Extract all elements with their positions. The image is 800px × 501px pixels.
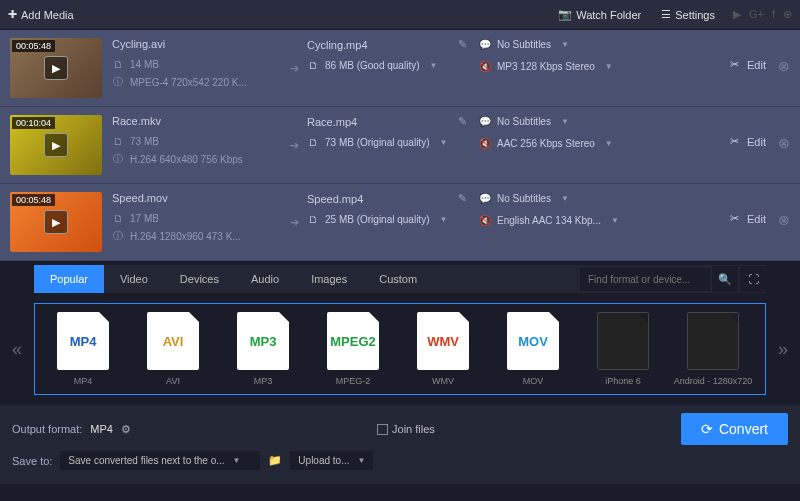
audio-value[interactable]: AAC 256 Kbps Stereo [497,138,595,149]
upload-to-select[interactable]: Upload to...▼ [290,451,373,470]
play-icon[interactable]: ▶ [44,56,68,80]
preset-item[interactable]: MPEG2MPEG-2 [313,312,393,386]
file-icon: 🗋 [112,58,124,70]
tab-custom[interactable]: Custom [363,265,433,293]
preset-icon [687,312,739,370]
audio-value[interactable]: MP3 128 Kbps Stereo [497,61,595,72]
source-filename: Race.mkv [112,115,282,127]
tab-popular[interactable]: Popular [34,265,104,293]
search-input[interactable] [580,268,710,291]
chevron-down-icon[interactable]: ▼ [561,194,569,203]
scissors-icon: ✂ [730,58,739,71]
arrow-icon: ➔ [290,216,299,229]
convert-button[interactable]: ⟳Convert [681,413,788,445]
chevron-down-icon[interactable]: ▼ [439,138,447,147]
rename-icon[interactable]: ✎ [458,115,467,128]
globe-icon[interactable]: ⊕ [783,8,792,21]
output-size: 73 MB (Original quality) [325,137,429,148]
preset-label: MP3 [254,376,273,386]
thumbnail[interactable]: 00:10:04 ▶ [10,115,102,175]
play-icon[interactable]: ▶ [44,133,68,157]
gear-icon[interactable]: ⚙ [121,423,131,436]
output-filename: Cycling.mp4 [307,39,368,51]
scan-button[interactable]: ⛶ [740,266,766,292]
scissors-icon: ✂ [730,135,739,148]
preset-label: WMV [432,376,454,386]
scroll-left-button[interactable]: « [8,339,26,360]
youtube-icon[interactable]: ▶ [733,8,741,21]
settings-button[interactable]: ☰Settings [651,2,725,27]
facebook-icon[interactable]: f [772,8,775,21]
file-icon: 🗋 [112,212,124,224]
save-to-select[interactable]: Save converted files next to the o...▼ [60,451,260,470]
tab-devices[interactable]: Devices [164,265,235,293]
source-size: 73 MB [130,136,159,147]
edit-button[interactable]: ✂Edit [730,135,766,148]
preset-item[interactable]: WMVWMV [403,312,483,386]
remove-button[interactable]: ⊗ [778,58,790,74]
remove-button[interactable]: ⊗ [778,212,790,228]
preset-grid: MP4MP4AVIAVIMP3MP3MPEG2MPEG-2WMVWMVMOVMO… [34,303,766,395]
preset-icon: MP3 [237,312,289,370]
preset-item[interactable]: MP4MP4 [43,312,123,386]
audio-value[interactable]: English AAC 134 Kbp... [497,215,601,226]
tabs-bar: PopularVideoDevicesAudioImagesCustom 🔍 ⛶ [34,265,766,293]
menu-icon: ☰ [661,8,671,21]
chevron-down-icon[interactable]: ▼ [611,216,619,225]
thumbnail[interactable]: 00:05:48 ▶ [10,192,102,252]
arrow-icon: ➔ [290,62,299,75]
subtitle-icon: 💬 [479,115,491,127]
join-files-checkbox[interactable]: Join files [377,423,435,435]
preset-icon: MP4 [57,312,109,370]
rename-icon[interactable]: ✎ [458,192,467,205]
subtitle-icon: 💬 [479,38,491,50]
preset-item[interactable]: MP3MP3 [223,312,303,386]
preset-item[interactable]: MOVMOV [493,312,573,386]
save-to-label: Save to: [12,455,52,467]
source-filename: Cycling.avi [112,38,282,50]
chevron-down-icon[interactable]: ▼ [605,62,613,71]
play-icon[interactable]: ▶ [44,210,68,234]
chevron-down-icon[interactable]: ▼ [561,117,569,126]
file-row[interactable]: 00:10:04 ▶ Race.mkv 🗋73 MB ⓘH.264 640x48… [0,107,800,184]
watch-folder-button[interactable]: 📷Watch Folder [548,2,651,27]
scroll-right-button[interactable]: » [774,339,792,360]
duration-badge: 00:10:04 [12,117,55,129]
google-plus-icon[interactable]: G+ [749,8,764,21]
tab-images[interactable]: Images [295,265,363,293]
preset-item[interactable]: iPhone 6 [583,312,663,386]
plus-icon: ✚ [8,8,17,21]
output-filename: Race.mp4 [307,116,357,128]
output-format-value: MP4 [90,423,113,435]
add-media-label: Add Media [21,9,74,21]
source-size: 14 MB [130,59,159,70]
add-media-button[interactable]: ✚Add Media [8,8,74,21]
preset-item[interactable]: Android - 1280x720 [673,312,753,386]
tab-audio[interactable]: Audio [235,265,295,293]
audio-icon: 🔇 [479,60,491,72]
preset-icon: WMV [417,312,469,370]
chevron-down-icon[interactable]: ▼ [430,61,438,70]
edit-button[interactable]: ✂Edit [730,58,766,71]
folder-icon[interactable]: 📁 [268,454,282,467]
source-spec: H.264 1280x960 473 K... [130,231,241,242]
chevron-down-icon[interactable]: ▼ [605,139,613,148]
subtitle-value[interactable]: No Subtitles [497,116,551,127]
chevron-down-icon[interactable]: ▼ [439,215,447,224]
remove-button[interactable]: ⊗ [778,135,790,151]
search-button[interactable]: 🔍 [712,266,738,292]
rename-icon[interactable]: ✎ [458,38,467,51]
subtitle-value[interactable]: No Subtitles [497,193,551,204]
tab-video[interactable]: Video [104,265,164,293]
output-filename: Speed.mp4 [307,193,363,205]
file-row[interactable]: 00:05:48 ▶ Cycling.avi 🗋14 MB ⓘMPEG-4 72… [0,30,800,107]
preset-item[interactable]: AVIAVI [133,312,213,386]
file-row[interactable]: 00:05:48 ▶ Speed.mov 🗋17 MB ⓘH.264 1280x… [0,184,800,261]
thumbnail[interactable]: 00:05:48 ▶ [10,38,102,98]
edit-button[interactable]: ✂Edit [730,212,766,225]
subtitle-value[interactable]: No Subtitles [497,39,551,50]
source-size: 17 MB [130,213,159,224]
duration-badge: 00:05:48 [12,194,55,206]
chevron-down-icon[interactable]: ▼ [561,40,569,49]
preset-label: MOV [523,376,544,386]
